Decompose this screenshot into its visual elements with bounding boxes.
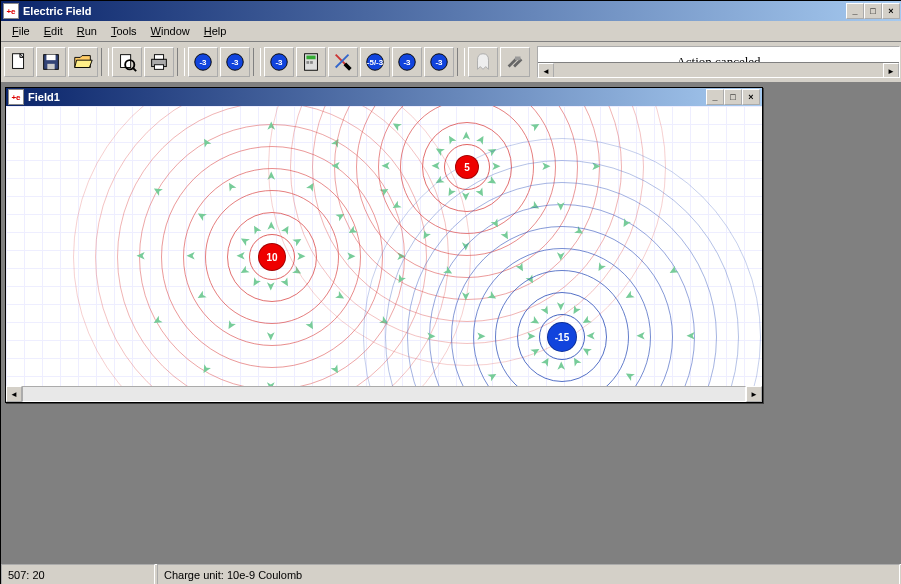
scroll-right-icon[interactable]: ►	[883, 63, 899, 78]
toolbar-separator	[101, 48, 109, 76]
eraser-button[interactable]	[328, 47, 358, 77]
app-titlebar: +e Electric Field _ □ ×	[1, 1, 901, 21]
svg-rect-9	[154, 65, 163, 70]
field-arrow-icon: ➤	[476, 330, 486, 342]
place-charge-neg3-b-button[interactable]: -3	[220, 47, 250, 77]
message-scrollbar[interactable]: ◄ ►	[538, 62, 899, 77]
field-arrow-icon: ➤	[460, 131, 472, 141]
svg-rect-14	[306, 56, 315, 60]
field-arrow-icon: ➤	[426, 330, 436, 342]
menu-run[interactable]: Run	[70, 23, 104, 39]
toolbar-separator	[253, 48, 261, 76]
scroll-track[interactable]	[22, 386, 746, 402]
charge-10[interactable]: 10	[258, 243, 286, 271]
app-window: +e Electric Field _ □ × FileEditRunTools…	[0, 0, 901, 584]
svg-rect-8	[154, 55, 163, 60]
menu-help[interactable]: Help	[197, 23, 234, 39]
print-preview-button[interactable]	[112, 47, 142, 77]
child-title: Field1	[28, 91, 706, 103]
field-arrow-icon: ➤	[186, 250, 196, 262]
status-unit: Charge unit: 10e-9 Coulomb	[157, 564, 900, 584]
field-arrow-icon: ➤	[555, 301, 567, 311]
settings-button[interactable]	[500, 47, 530, 77]
field-arrow-icon: ➤	[686, 330, 696, 342]
charge--15[interactable]: -15	[547, 322, 577, 352]
field-arrow-icon: ➤	[236, 250, 246, 262]
svg-rect-16	[310, 61, 313, 64]
charge-5[interactable]: 5	[455, 155, 479, 179]
child-minimize-button[interactable]: _	[706, 89, 724, 105]
menubar: FileEditRunToolsWindowHelp	[1, 21, 901, 42]
child-h-scrollbar[interactable]: ◄ ►	[6, 386, 762, 402]
statusbar: 507: 20 Charge unit: 10e-9 Coulomb	[1, 564, 901, 584]
close-button[interactable]: ×	[882, 3, 900, 19]
svg-line-6	[133, 68, 137, 72]
field-arrow-icon: ➤	[265, 281, 277, 291]
svg-rect-15	[306, 61, 309, 64]
child-titlebar: +e Field1 _ □ ×	[6, 88, 762, 106]
scroll-right-icon[interactable]: ►	[746, 386, 762, 402]
app-icon: +e	[3, 3, 19, 19]
child-close-button[interactable]: ×	[742, 89, 760, 105]
app-title: Electric Field	[23, 5, 846, 17]
field-arrow-icon: ➤	[555, 361, 567, 371]
scroll-left-icon[interactable]: ◄	[6, 386, 22, 402]
open-file-button[interactable]	[68, 47, 98, 77]
field-arrow-icon: ➤	[381, 160, 391, 172]
field-lines-button[interactable]: -3	[392, 47, 422, 77]
svg-rect-2	[46, 55, 55, 61]
menu-edit[interactable]: Edit	[37, 23, 70, 39]
equipotential-button[interactable]: -3	[424, 47, 454, 77]
save-file-button[interactable]	[36, 47, 66, 77]
field-arrow-icon: ➤	[586, 330, 596, 342]
menu-window[interactable]: Window	[144, 23, 197, 39]
status-coords: 507: 20	[1, 564, 155, 584]
multi-charge-button[interactable]: -5/-3	[360, 47, 390, 77]
field-arrow-icon: ➤	[265, 381, 277, 386]
child-icon: +e	[8, 89, 24, 105]
toolbar: -3-3-3-5/-3-3-3 Action canceled ◄ ►	[1, 42, 901, 83]
toolbar-separator	[177, 48, 185, 76]
field-child-window: +e Field1 _ □ × ➤➤➤➤➤➤➤➤➤➤➤➤➤➤➤➤➤➤➤➤➤➤➤➤…	[5, 87, 763, 403]
field-arrow-icon: ➤	[331, 160, 341, 172]
scroll-left-icon[interactable]: ◄	[538, 63, 554, 78]
field-canvas[interactable]: ➤➤➤➤➤➤➤➤➤➤➤➤➤➤➤➤➤➤➤➤➤➤➤➤➤➤➤➤➤➤➤➤➤➤➤➤➤➤➤➤…	[6, 106, 762, 386]
new-file-button[interactable]	[4, 47, 34, 77]
field-arrow-icon: ➤	[136, 250, 146, 262]
menu-file[interactable]: File	[5, 23, 37, 39]
field-arrow-icon: ➤	[555, 251, 567, 261]
print-button[interactable]	[144, 47, 174, 77]
field-arrow-icon: ➤	[555, 201, 567, 211]
message-panel: Action canceled ◄ ►	[537, 46, 900, 78]
move-charge-button[interactable]: -3	[264, 47, 294, 77]
field-arrow-icon: ➤	[526, 330, 536, 342]
ghost-tool-button[interactable]	[468, 47, 498, 77]
toolbar-separator	[457, 48, 465, 76]
mdi-workspace: +e Field1 _ □ × ➤➤➤➤➤➤➤➤➤➤➤➤➤➤➤➤➤➤➤➤➤➤➤➤…	[1, 83, 901, 564]
menu-tools[interactable]: Tools	[104, 23, 144, 39]
svg-rect-20	[515, 57, 521, 61]
field-arrow-icon: ➤	[431, 160, 441, 172]
field-arrow-icon: ➤	[636, 330, 646, 342]
field-arrow-icon: ➤	[265, 331, 277, 341]
svg-rect-3	[47, 64, 54, 70]
child-maximize-button[interactable]: □	[724, 89, 742, 105]
minimize-button[interactable]: _	[846, 3, 864, 19]
maximize-button[interactable]: □	[864, 3, 882, 19]
place-charge-neg3-a-button[interactable]: -3	[188, 47, 218, 77]
calculator-button[interactable]	[296, 47, 326, 77]
